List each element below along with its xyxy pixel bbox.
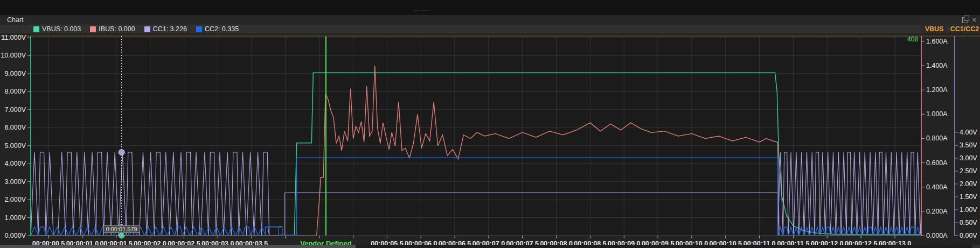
ibus-tick-label: 0.600A: [926, 159, 948, 167]
time-tick-label: 00:00:03.5: [235, 240, 268, 245]
time-tick-label: 00:00:01.5: [100, 240, 133, 245]
time-tick-label: 00:00:12.5: [845, 240, 878, 245]
cc-tick-label: 2.00V: [960, 180, 977, 188]
legend-label: IBUS: 0.000: [99, 25, 135, 33]
ibus-tick-label: 0.400A: [926, 183, 948, 191]
ibus-tick-label: 0.000A: [926, 232, 948, 239]
vbus-tick-label: 0.000V: [4, 232, 26, 239]
vbus-tick-label: 3.000V: [4, 178, 26, 186]
vbus-tick-label: 8.000V: [4, 88, 26, 95]
ibus-tick-label: 0.200A: [926, 208, 948, 215]
vbus-tick-label: 5.000V: [4, 142, 26, 150]
cc-tick-label: 0.00V: [960, 232, 977, 239]
legend-item-cc2[interactable]: CC2: 0.335: [196, 25, 239, 33]
time-tick-label: 00:00:08.5: [574, 240, 607, 245]
sample-count-label: 408: [907, 36, 918, 43]
cc-tick-label: 4.00V: [960, 129, 977, 136]
ibus-tick-label: 1.200A: [926, 86, 948, 94]
vbus-axis-toggle[interactable]: VBUS: [921, 24, 947, 33]
legend-swatch-icon: [196, 26, 202, 32]
time-tick-label: 00:00:10.5: [710, 240, 742, 245]
cursor-marker-cc1: [119, 150, 124, 155]
legend-item-cc1[interactable]: CC1: 3.226: [144, 25, 187, 33]
cc-tick-label: 0.50V: [960, 219, 977, 226]
splitter-handle[interactable]: ······: [414, 8, 431, 13]
chart-canvas[interactable]: 11.000V10.000V9.000V8.000V7.000V6.000V5.…: [0, 33, 980, 245]
vbus-tick-label: 2.000V: [4, 196, 26, 203]
close-icon[interactable]: ✕: [972, 17, 977, 23]
vbus-tick-label: 4.000V: [4, 160, 26, 167]
time-tick-label: 00:00:12.0: [811, 240, 844, 245]
time-tick-label: 00:00:03.0: [201, 240, 234, 245]
time-tick-label: 00:00:09.0: [608, 240, 641, 245]
vbus-tick-label: 6.000V: [4, 124, 26, 131]
horizontal-scrollbar[interactable]: [0, 245, 980, 248]
legend-swatch-icon: [144, 26, 150, 32]
cc-tick-label: 3.00V: [960, 154, 977, 162]
chart-panel-header: Chart ✕: [0, 15, 980, 25]
vbus-tick-label: 9.000V: [4, 70, 26, 77]
cc-tick-label: 3.50V: [960, 141, 977, 149]
time-tick-label: 00:00:06.0: [405, 240, 437, 245]
time-tick-label: 00:00:00.5: [32, 240, 65, 245]
cc-tick-label: 1.00V: [960, 206, 977, 214]
time-tick-label: 00:00:02.5: [168, 240, 200, 245]
time-tick-label: 00:00:07.0: [472, 240, 505, 245]
scrollbar-corner: [972, 245, 980, 248]
ibus-tick-label: 1.400A: [926, 62, 948, 69]
ibus-tick-label: 1.600A: [926, 38, 948, 45]
time-tick-label: 00:00:09.5: [642, 240, 675, 245]
legend-swatch-icon: [90, 26, 96, 32]
time-tick-label: 00:00:05.5: [371, 240, 404, 245]
cursor-marker-vbus: [119, 233, 124, 238]
vbus-tick-label: 1.000V: [4, 214, 26, 222]
ibus-tick-label: 1.000A: [926, 110, 948, 118]
legend-swatch-icon: [33, 26, 39, 32]
vbus-tick-label: 10.000V: [1, 52, 26, 59]
legend-item-vbus[interactable]: VBUS: 0.003: [33, 25, 81, 33]
time-tick-label: 00:00:01.0: [66, 240, 99, 245]
chart-legend: VBUS: 0.003IBUS: 0.000CC1: 3.226CC2: 0.3…: [0, 25, 980, 33]
vbus-tick-label: 11.000V: [1, 34, 26, 41]
event-label: Vendor Defined: [300, 239, 351, 245]
cursor-tooltip: 0:00:01.579: [103, 225, 140, 233]
cc-axis-toggle[interactable]: CC1/CC2: [949, 24, 980, 33]
cc-tick-label: 1.50V: [960, 193, 977, 201]
time-tick-label: 00:00:13.0: [879, 240, 912, 245]
float-panel-icon[interactable]: [962, 17, 968, 23]
chart-plot-area[interactable]: 11.000V10.000V9.000V8.000V7.000V6.000V5.…: [0, 33, 980, 245]
legend-item-ibus[interactable]: IBUS: 0.000: [90, 25, 135, 33]
time-tick-label: 00:00:08.0: [540, 240, 573, 245]
window-top-strip: ······: [0, 0, 980, 16]
page-title: Chart: [7, 16, 24, 24]
cc-tick-label: 2.50V: [960, 167, 977, 175]
analyzer-window: ······ Chart ✕ VBUS: 0.003IBUS: 0.000CC1…: [0, 0, 980, 248]
ibus-tick-label: 0.800A: [926, 134, 948, 142]
legend-label: CC2: 0.335: [205, 25, 239, 33]
time-tick-label: 00:00:06.5: [439, 240, 471, 245]
time-tick-label: 00:00:11.5: [777, 240, 810, 245]
time-tick-label: 00:00:10.0: [676, 240, 708, 245]
scrollbar-thumb[interactable]: [0, 245, 356, 248]
legend-label: CC1: 3.226: [153, 25, 187, 33]
time-tick-label: 00:00:07.5: [506, 240, 539, 245]
time-tick-label: 00:00:02.0: [134, 240, 166, 245]
vbus-tick-label: 7.000V: [4, 106, 26, 114]
legend-label: VBUS: 0.003: [42, 25, 81, 33]
time-tick-label: 00:00:11.0: [743, 240, 776, 245]
